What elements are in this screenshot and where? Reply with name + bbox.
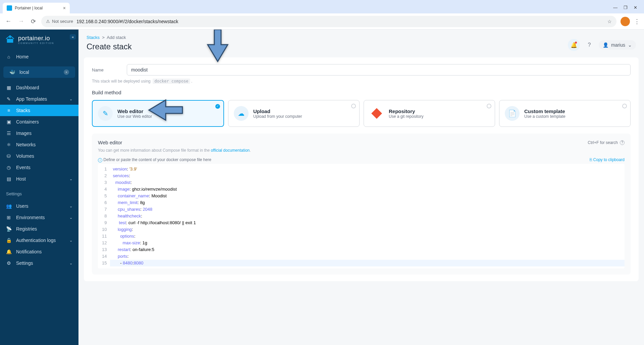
radio-icon	[487, 104, 491, 108]
sidebar-item-volumes[interactable]: ⛁ Volumes	[0, 150, 78, 162]
lock-icon: 🔒	[6, 238, 11, 243]
sidebar-item-dashboard[interactable]: ▦ Dashboard	[0, 82, 78, 93]
warning-icon: ⚠	[46, 19, 50, 24]
logo-text: portainer.io	[18, 35, 54, 42]
code-content[interactable]: version: '3.9' services: moodist: image:…	[110, 164, 625, 268]
sidebar-item-host[interactable]: ▤ Host ⌄	[0, 173, 78, 185]
database-icon: ⛁	[6, 153, 11, 159]
sidebar: portainer.io COMMUNITY EDITION « ⌂ Home …	[0, 30, 78, 345]
list-icon: ☰	[6, 131, 11, 136]
breadcrumb-current: Add stack	[107, 35, 126, 40]
forward-icon[interactable]: →	[17, 16, 25, 26]
code-editor[interactable]: 123456789101112131415 version: '3.9' ser…	[98, 164, 625, 268]
notifications-button[interactable]: 🔔	[568, 39, 580, 51]
info-icon: i	[98, 158, 102, 162]
sidebar-item-auth-logs[interactable]: 🔒 Authentication logs ⌄	[0, 235, 78, 246]
deploy-help-text: This stack will be deployed using docker…	[92, 79, 631, 84]
box-icon: ▣	[6, 119, 11, 125]
name-label: Name	[92, 67, 127, 72]
tab-title: Portainer | local	[15, 6, 43, 10]
copy-button[interactable]: ⎘ Copy to clipboard	[590, 157, 625, 162]
help-icon[interactable]: ?	[620, 140, 625, 145]
sidebar-item-app-templates[interactable]: ✎ App Templates ⌄	[0, 93, 78, 105]
docs-link[interactable]: official documentation	[211, 148, 250, 153]
sidebar-collapse-button[interactable]: «	[70, 34, 76, 40]
breadcrumb-stacks[interactable]: Stacks	[87, 35, 100, 40]
minimize-icon[interactable]: —	[613, 5, 618, 10]
chevron-down-icon: ⌄	[69, 97, 72, 101]
chevron-down-icon: ⌄	[69, 215, 72, 220]
chevron-down-icon: ⌄	[628, 42, 632, 48]
page-title: Create stack	[87, 42, 636, 51]
annotation-arrow-down	[206, 30, 229, 66]
sidebar-environment[interactable]: 🐳 local ×	[3, 66, 75, 78]
user-icon: 👤	[603, 42, 608, 48]
sidebar-item-events[interactable]: ◷ Events	[0, 162, 78, 173]
copy-icon: ⎘	[590, 157, 592, 162]
sidebar-item-settings[interactable]: ⚙ Settings ⌄	[0, 257, 78, 269]
chevron-down-icon: ⌄	[69, 238, 72, 243]
edit-icon: ✎	[6, 96, 11, 102]
sidebar-item-stacks[interactable]: ≡ Stacks	[0, 105, 78, 116]
sidebar-logo[interactable]: portainer.io COMMUNITY EDITION «	[0, 30, 78, 50]
sidebar-item-images[interactable]: ☰ Images	[0, 128, 78, 139]
editor-info-text: You can get more information about Compo…	[98, 148, 625, 153]
logo-subtitle: COMMUNITY EDITION	[18, 42, 54, 44]
form-card: Name This stack will be deployed using d…	[84, 57, 639, 281]
chevron-down-icon: ⌄	[69, 261, 72, 265]
gear-icon: ⚙	[6, 260, 11, 266]
upload-icon: ☁	[234, 106, 249, 121]
sidebar-settings-heading: Settings	[0, 186, 78, 199]
file-icon: 📄	[505, 106, 520, 121]
browser-tab[interactable]: Portainer | local ×	[3, 3, 70, 13]
user-menu[interactable]: 👤 marius ⌄	[599, 40, 636, 50]
help-button[interactable]: ?	[583, 39, 595, 51]
sidebar-item-notifications[interactable]: 🔔 Notifications	[0, 246, 78, 257]
docker-icon: 🐳	[9, 69, 15, 75]
sidebar-item-networks[interactable]: ⚛ Networks	[0, 139, 78, 150]
back-icon[interactable]: ←	[4, 16, 13, 26]
sidebar-item-registries[interactable]: 📡 Registries	[0, 223, 78, 235]
editor-panel: Web editor Ctrl+F for search ? You can g…	[92, 134, 631, 275]
main-content: Stacks > Add stack Create stack 🔔 ? 👤 ma…	[78, 30, 644, 345]
build-method-title: Build method	[92, 90, 631, 95]
env-close-icon[interactable]: ×	[64, 69, 69, 75]
radio-icon: 📡	[6, 226, 11, 232]
layers-icon: ≡	[6, 108, 11, 113]
radio-selected-icon	[215, 104, 220, 109]
editor-placeholder-hint: i Define or paste the content of your do…	[98, 157, 211, 162]
chevron-down-icon: ⌄	[69, 177, 72, 181]
git-icon	[369, 106, 384, 121]
method-custom-template[interactable]: 📄 Custom template Use a custom template	[499, 100, 631, 127]
star-icon[interactable]: ☆	[607, 19, 612, 24]
sidebar-item-users[interactable]: 👥 Users ⌄	[0, 200, 78, 212]
sidebar-item-containers[interactable]: ▣ Containers	[0, 116, 78, 128]
tab-close-icon[interactable]: ×	[63, 5, 66, 11]
close-icon[interactable]: ✕	[634, 5, 637, 10]
page-header: Stacks > Add stack Create stack 🔔 ? 👤 ma…	[78, 30, 644, 57]
sidebar-item-environments[interactable]: ⊞ Environments ⌄	[0, 212, 78, 223]
profile-avatar[interactable]	[621, 17, 630, 26]
annotation-arrow-left	[147, 98, 184, 123]
method-upload[interactable]: ☁ Upload Upload from your computer	[228, 100, 360, 127]
reload-icon[interactable]: ⟳	[30, 16, 37, 27]
line-gutter: 123456789101112131415	[98, 164, 110, 268]
users-icon: 👥	[6, 203, 11, 209]
clock-icon: ◷	[6, 165, 11, 170]
home-icon: ⌂	[6, 54, 11, 59]
radio-icon	[622, 104, 627, 108]
svg-rect-0	[7, 39, 13, 43]
maximize-icon[interactable]: ❐	[624, 5, 628, 10]
method-repository[interactable]: Repository Use a git repository	[364, 100, 495, 127]
edit-icon: ✎	[98, 106, 113, 121]
security-indicator[interactable]: ⚠ Not secure	[46, 19, 73, 24]
address-bar[interactable]: ⚠ Not secure 192.168.0.240:9000/#!/2/doc…	[41, 16, 616, 27]
favicon-icon	[7, 5, 12, 11]
server-icon: ▤	[6, 176, 11, 182]
build-method-options: ✎ Web editor Use our Web editor ☁ Upload…	[92, 100, 631, 127]
name-input[interactable]	[127, 64, 631, 76]
sidebar-item-home[interactable]: ⌂ Home	[0, 51, 78, 62]
browser-toolbar: ← → ⟳ ⚠ Not secure 192.168.0.240:9000/#!…	[0, 13, 644, 30]
chevron-down-icon: ⌄	[69, 204, 72, 208]
menu-icon[interactable]: ⋮	[634, 18, 640, 25]
